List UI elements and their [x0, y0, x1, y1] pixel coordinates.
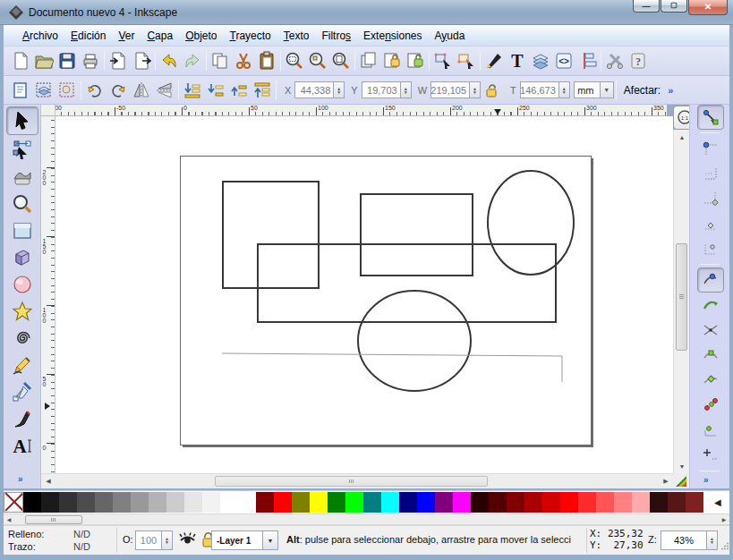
scroll-right-arrow[interactable]: ▶: [661, 476, 671, 487]
palette-swatch[interactable]: [328, 492, 345, 513]
snap-object-centers-button[interactable]: [690, 418, 730, 443]
palette-swatch[interactable]: [399, 492, 417, 513]
tool-ellipse[interactable]: [4, 271, 41, 298]
inkscape-help-icon[interactable]: ?: [627, 50, 649, 72]
raise-to-top-icon[interactable]: [251, 80, 273, 101]
snap-toolbar-overflow-chevron[interactable]: »: [703, 475, 710, 485]
zoom-spinner[interactable]: ▲▼: [707, 530, 718, 550]
palette-scroll-left-arrow[interactable]: ◀: [4, 515, 13, 523]
minimize-button[interactable]: —: [633, 0, 660, 13]
palette-scrollbar-thumb[interactable]: [25, 515, 82, 524]
snap-smooth-nodes-button[interactable]: [690, 368, 730, 393]
document-print-icon[interactable]: [80, 50, 101, 72]
dialog-text-icon[interactable]: T: [507, 50, 528, 72]
menu-extensiones[interactable]: Extensiones: [357, 26, 428, 46]
palette-swatch[interactable]: [41, 492, 59, 513]
edit-paste-icon[interactable]: [256, 50, 277, 72]
palette-swatch[interactable]: [59, 492, 77, 513]
select-all-icon[interactable]: [10, 80, 31, 101]
menu-edicion[interactable]: Edición: [64, 26, 112, 46]
select-all-layers-icon[interactable]: [33, 80, 55, 101]
palette-swatch[interactable]: [507, 492, 524, 513]
field-w[interactable]: 219,105: [430, 81, 470, 98]
snap-midpoints-button[interactable]: [690, 393, 730, 418]
zoom-page-icon[interactable]: [330, 50, 352, 72]
tool-selector[interactable]: [4, 105, 41, 137]
zoom-field[interactable]: 43%: [661, 530, 707, 550]
horizontal-scrollbar-thumb[interactable]: [215, 476, 488, 487]
edit-redo-icon[interactable]: [182, 50, 203, 72]
palette-swatch[interactable]: [489, 492, 507, 513]
snap-cusp-nodes-button[interactable]: [690, 343, 730, 368]
opacity-field[interactable]: 100: [135, 530, 162, 550]
palette-swatch[interactable]: [381, 492, 399, 513]
edit-copy-icon[interactable]: [209, 50, 231, 72]
palette-swatch[interactable]: [149, 492, 166, 513]
tool-rectangle[interactable]: [4, 217, 41, 244]
palette-swatch[interactable]: [113, 492, 131, 513]
palette-swatch[interactable]: [453, 492, 471, 513]
palette-swatch[interactable]: [596, 492, 614, 513]
palette-swatch[interactable]: [435, 492, 453, 513]
close-button[interactable]: ✕: [688, 0, 728, 15]
document-import-icon[interactable]: [107, 50, 129, 72]
menu-ayuda[interactable]: Ayuda: [429, 26, 472, 46]
deselect-icon[interactable]: [56, 80, 78, 101]
horizontal-scrollbar[interactable]: ◀ ▶: [41, 473, 673, 488]
palette-swatch[interactable]: [542, 492, 560, 513]
menu-capa[interactable]: Capa: [141, 26, 179, 46]
horizontal-ruler[interactable]: -100-50050100150200250300350: [55, 105, 667, 116]
zoom-drawing-icon[interactable]: [307, 50, 328, 72]
tool-tweak[interactable]: [4, 164, 41, 191]
field-x[interactable]: 44,338: [294, 81, 334, 98]
palette-swatch[interactable]: [95, 492, 113, 513]
palette-swatch[interactable]: [345, 492, 363, 513]
tool-bezier-pen[interactable]: [4, 378, 41, 405]
tool-pencil[interactable]: [4, 352, 41, 378]
palette-scroll-arrow-icon[interactable]: ◀: [714, 497, 721, 507]
layer-dropdown-button[interactable]: ▼: [263, 530, 278, 550]
flip-vertical-icon[interactable]: [154, 80, 175, 101]
menu-filtros[interactable]: Filtros: [315, 26, 357, 46]
palette-swatch[interactable]: [238, 492, 256, 513]
edit-duplicate-icon[interactable]: [358, 50, 379, 72]
rotate-cw-icon[interactable]: [107, 80, 129, 101]
edit-clone-icon[interactable]: [381, 50, 403, 72]
tool-calligraphy[interactable]: [4, 405, 41, 432]
tool-node-editor[interactable]: [4, 137, 41, 164]
palette-swatch[interactable]: [131, 492, 149, 513]
scroll-left-arrow[interactable]: ◀: [43, 476, 54, 487]
flip-horizontal-icon[interactable]: [131, 80, 152, 101]
document-export-icon[interactable]: [131, 50, 152, 72]
canvas[interactable]: [55, 116, 673, 473]
lower-one-icon[interactable]: [205, 80, 226, 101]
zoom-selection-icon[interactable]: [284, 50, 305, 72]
document-open-icon[interactable]: [33, 50, 55, 72]
window-titlebar[interactable]: Documento nuevo 4 - Inkscape — ▢ ✕: [0, 0, 733, 25]
document-save-icon[interactable]: [56, 50, 78, 72]
palette-swatch[interactable]: [202, 492, 220, 513]
palette-swatch[interactable]: [310, 492, 328, 513]
palette-scroll-right-arrow[interactable]: ▶: [720, 515, 729, 523]
edit-cut-icon[interactable]: [233, 50, 254, 72]
toolbar-overflow-chevron[interactable]: »: [668, 85, 673, 96]
menu-archivo[interactable]: Archivo: [16, 26, 64, 46]
palette-swatch-none[interactable]: [4, 492, 23, 513]
tool-zoom[interactable]: [4, 191, 41, 217]
palette-swatch[interactable]: [77, 492, 95, 513]
vertical-ruler[interactable]: 250200150100500: [41, 116, 55, 473]
snap-enable-button[interactable]: [690, 105, 730, 130]
snap-rotation-centers-button[interactable]: [690, 443, 730, 468]
tool-text[interactable]: A: [4, 432, 41, 459]
field-y[interactable]: 19,703: [362, 81, 401, 98]
unit-dropdown-button[interactable]: ▼: [601, 81, 614, 98]
menu-objeto[interactable]: Objeto: [179, 26, 223, 46]
selection-ungroup-icon[interactable]: [456, 50, 477, 72]
scroll-up-arrow[interactable]: ▲: [676, 132, 688, 142]
palette-swatch[interactable]: [632, 492, 650, 513]
lock-ratio-icon[interactable]: [482, 80, 503, 101]
palette-swatch[interactable]: [417, 492, 435, 513]
edit-undo-icon[interactable]: [158, 50, 180, 72]
palette-swatch[interactable]: [274, 492, 292, 513]
dialog-fill-stroke-icon[interactable]: [483, 50, 505, 72]
